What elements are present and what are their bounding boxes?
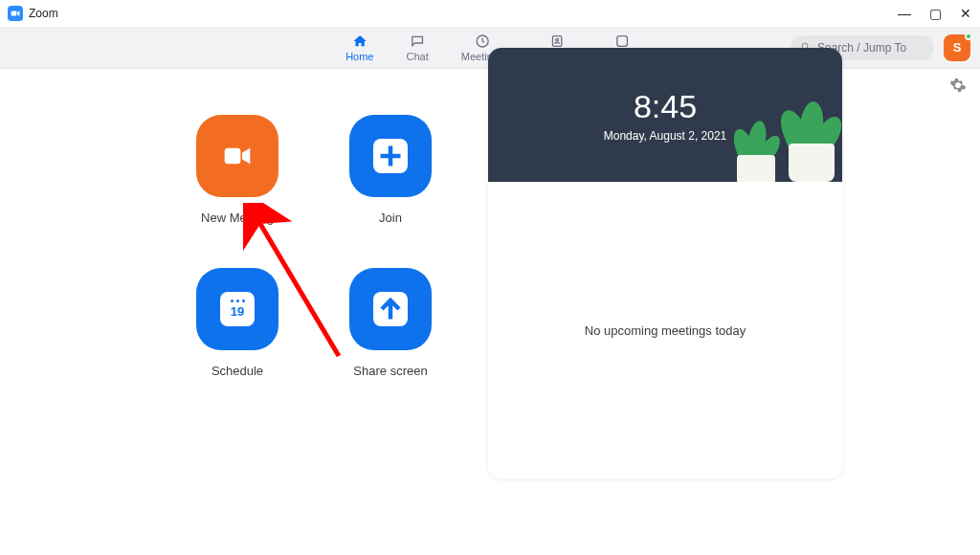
avatar[interactable]: S <box>944 34 970 61</box>
arrow-up-icon <box>373 292 408 326</box>
svg-rect-5 <box>225 148 241 165</box>
action-share-screen: Share screen <box>323 268 457 421</box>
calendar-body: No upcoming meetings today <box>488 182 842 478</box>
tab-label: Home <box>345 51 373 62</box>
action-schedule: 19 Schedule <box>170 268 304 421</box>
settings-button[interactable] <box>949 77 967 98</box>
window-title: Zoom <box>29 7 58 20</box>
action-join: Join <box>323 115 457 268</box>
calendar-day: 19 <box>231 304 244 319</box>
schedule-label: Schedule <box>212 364 263 378</box>
no-meetings-message: No upcoming meetings today <box>585 323 746 338</box>
tab-label: Chat <box>406 51 428 62</box>
calendar-header: 8:45 Monday, August 2, 2021 <box>488 48 842 182</box>
tab-chat[interactable]: Chat <box>406 33 428 62</box>
clock-icon <box>475 33 490 49</box>
window-controls: — ▢ ✕ <box>898 6 972 21</box>
chat-icon <box>410 33 425 49</box>
share-screen-label: Share screen <box>353 364 427 378</box>
maximize-button[interactable]: ▢ <box>928 6 942 21</box>
schedule-button[interactable]: 19 <box>196 268 278 350</box>
share-screen-button[interactable] <box>349 268 432 350</box>
zoom-logo <box>8 6 23 21</box>
home-icon <box>352 33 368 49</box>
close-button[interactable]: ✕ <box>959 6 972 21</box>
apps-icon <box>614 33 630 49</box>
calendar-card: 8:45 Monday, August 2, 2021 No upcoming … <box>488 48 842 478</box>
titlebar: Zoom — ▢ ✕ <box>0 0 980 27</box>
home-actions: New Meeting Join 19 Schedule Share scree… <box>170 115 457 421</box>
svg-rect-0 <box>11 11 17 16</box>
contacts-icon <box>549 33 565 49</box>
join-label: Join <box>379 211 402 225</box>
action-new-meeting: New Meeting <box>170 115 304 268</box>
tab-home[interactable]: Home <box>345 33 373 62</box>
plant-decoration <box>766 77 842 182</box>
avatar-initial: S <box>953 40 962 55</box>
current-time: 8:45 <box>634 88 697 125</box>
plus-icon <box>373 139 408 173</box>
calendar-icon: 19 <box>220 292 255 326</box>
svg-point-3 <box>556 38 559 41</box>
current-date: Monday, August 2, 2021 <box>604 129 727 143</box>
join-button[interactable] <box>349 115 432 197</box>
minimize-button[interactable]: — <box>898 6 911 21</box>
presence-indicator <box>965 33 972 40</box>
new-meeting-label: New Meeting <box>201 211 274 225</box>
new-meeting-button[interactable] <box>196 115 278 197</box>
